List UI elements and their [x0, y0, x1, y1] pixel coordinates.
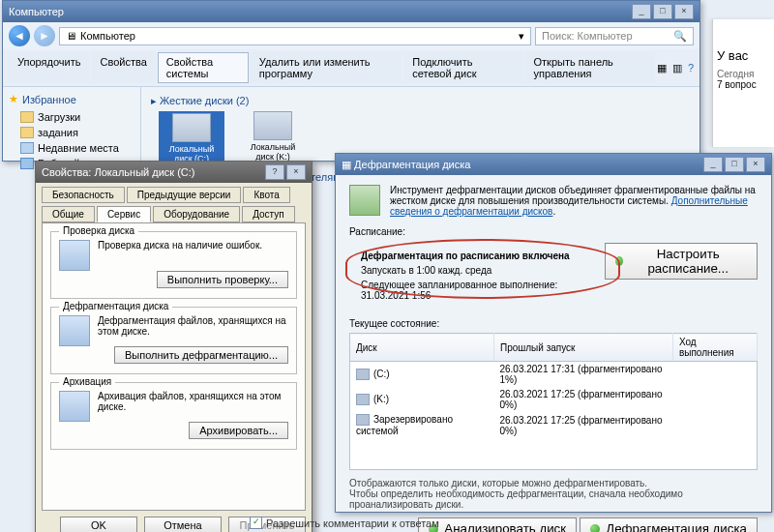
- defrag-title-icon: ▦: [342, 159, 351, 170]
- drive-icon: [253, 111, 292, 140]
- tab-sharing[interactable]: Доступ: [242, 206, 295, 222]
- properties-titlebar[interactable]: Свойства: Локальный диск (C:) ? ×: [36, 162, 312, 183]
- explorer-navbar: ◄ ► 🖥 Компьютер ▾ Поиск: Компьютер 🔍: [3, 22, 700, 49]
- address-text: Компьютер: [80, 30, 135, 42]
- favorites-header[interactable]: ★Избранное: [9, 93, 134, 105]
- search-input[interactable]: Поиск: Компьютер 🔍: [535, 27, 694, 45]
- system-properties-button[interactable]: Свойства системы: [158, 52, 249, 83]
- properties-tabs-row2: Общие Сервис Оборудование Доступ: [36, 202, 312, 222]
- tab-security[interactable]: Безопасность: [42, 187, 125, 203]
- ok-button[interactable]: OK: [60, 517, 137, 532]
- maximize-button[interactable]: □: [725, 157, 744, 172]
- check-now-button[interactable]: Выполнить проверку...: [157, 271, 288, 288]
- archive-now-button[interactable]: Архивировать...: [189, 422, 288, 439]
- close-button[interactable]: ×: [286, 164, 306, 180]
- sidebar-item-downloads[interactable]: Загрузки: [9, 109, 134, 125]
- tab-tools[interactable]: Сервис: [97, 206, 151, 222]
- rightpane-heading: У вас: [717, 48, 770, 63]
- maximize-button[interactable]: □: [653, 4, 672, 19]
- defrag-group: Дефрагментация диска Дефрагментация файл…: [50, 307, 297, 374]
- minimize-button[interactable]: _: [703, 157, 723, 172]
- preview-icon[interactable]: ▥: [672, 62, 682, 74]
- schedule-box: Дефрагментация по расписанию включена За…: [349, 243, 595, 309]
- explorer-window: Компьютер _ □ × ◄ ► 🖥 Компьютер ▾ Поиск:…: [2, 0, 700, 162]
- defrag-titlebar[interactable]: ▦ Дефрагментация диска _ □ ×: [336, 154, 771, 175]
- current-state-header: Текущее состояние:: [349, 318, 758, 329]
- checkbox-icon[interactable]: ✓: [250, 517, 262, 529]
- tab-previous-versions[interactable]: Предыдущие версии: [127, 187, 242, 203]
- explorer-titlebar[interactable]: Компьютер _ □ ×: [3, 1, 700, 22]
- defrag-body: Инструмент дефрагментации дисков объедин…: [336, 175, 771, 532]
- help-button[interactable]: ?: [265, 164, 284, 180]
- drive-c[interactable]: Локальный диск (C:): [159, 111, 224, 165]
- sidebar-item-recent[interactable]: Недавние места: [9, 140, 134, 156]
- defragment-icon: [590, 524, 600, 532]
- schedule-enabled-text: Дефрагментация по расписанию включена: [361, 251, 583, 261]
- col-disk[interactable]: Диск: [350, 334, 494, 362]
- table-row[interactable]: (K:) 26.03.2021 17:25 (фрагментировано 0…: [350, 387, 758, 412]
- hdd-section-header[interactable]: ▸ Жесткие диски (2): [151, 95, 690, 107]
- disks-table: Диск Прошлый запуск Ход выполнения (C:) …: [349, 333, 758, 470]
- help-icon[interactable]: ?: [688, 62, 694, 74]
- drive-icon: [356, 369, 370, 380]
- schedule-when-text: Запускать в 1:00 кажд. среда: [361, 265, 583, 276]
- check-disk-group: Проверка диска Проверка диска на наличие…: [50, 231, 297, 299]
- schedule-icon: [615, 256, 623, 266]
- tab-general[interactable]: Общие: [42, 206, 95, 222]
- tab-hardware[interactable]: Оборудование: [153, 206, 240, 222]
- archive-group: Архивация Архивация файлов, хранящихся н…: [50, 382, 297, 450]
- footnote: Отображаются только диски, которые можно…: [349, 478, 758, 510]
- nav-forward-icon[interactable]: ►: [34, 25, 55, 46]
- view-icon[interactable]: ▦: [657, 62, 667, 74]
- allow-comments-row[interactable]: ✓ Разрешить комментарии к ответам: [250, 517, 439, 529]
- rightpane-sub1: Сегодня: [717, 69, 770, 79]
- search-placeholder: Поиск: Компьютер: [542, 30, 633, 42]
- defrag-title: Дефрагментация диска: [354, 159, 470, 170]
- drive-icon: [356, 394, 370, 405]
- drive-icon: [356, 414, 370, 426]
- col-progress[interactable]: Ход выполнения: [672, 334, 757, 362]
- computer-icon: 🖥: [66, 30, 76, 42]
- allow-comments-label: Разрешить комментарии к ответам: [266, 517, 439, 529]
- explorer-toolbar: Упорядочить Свойства Свойства системы Уд…: [3, 49, 700, 87]
- defragment-button[interactable]: Дефрагментация диска: [580, 517, 758, 532]
- organize-button[interactable]: Упорядочить: [9, 52, 89, 83]
- control-panel-button[interactable]: Открыть панель управления: [525, 52, 655, 83]
- check-disk-group-title: Проверка диска: [59, 225, 138, 236]
- close-button[interactable]: ×: [674, 4, 694, 19]
- drive-k[interactable]: Локальный диск (K:): [242, 111, 304, 165]
- defrag-now-button[interactable]: Выполнить дефрагментацию...: [114, 346, 288, 364]
- right-side-panel: У вас Сегодня 7 вопрос: [712, 19, 774, 147]
- cancel-button[interactable]: Отмена: [144, 517, 222, 532]
- uninstall-button[interactable]: Удалить или изменить программу: [251, 52, 402, 83]
- address-bar[interactable]: 🖥 Компьютер ▾: [59, 27, 531, 45]
- properties-panel: Проверка диска Проверка диска на наличие…: [42, 222, 306, 511]
- nav-back-icon[interactable]: ◄: [9, 25, 30, 46]
- minimize-button[interactable]: _: [632, 4, 651, 19]
- configure-schedule-button[interactable]: Настроить расписание...: [605, 243, 758, 280]
- close-button[interactable]: ×: [746, 157, 765, 172]
- defrag-info-icon: [349, 185, 380, 216]
- sidebar-item-tasks[interactable]: задания: [9, 125, 134, 140]
- defrag-window: ▦ Дефрагментация диска _ □ × Инструмент …: [335, 153, 772, 513]
- properties-title: Свойства: Локальный диск (C:): [42, 166, 195, 178]
- table-row[interactable]: Зарезервировано системой 26.03.2021 17:2…: [350, 412, 758, 438]
- schedule-next-text: Следующее запланированное выполнение: 31…: [361, 280, 583, 301]
- drive-icon: [172, 113, 211, 142]
- map-drive-button[interactable]: Подключить сетевой диск: [403, 52, 522, 83]
- table-row[interactable]: (C:) 26.03.2021 17:31 (фрагментировано 1…: [350, 362, 758, 388]
- schedule-header: Расписание:: [349, 226, 758, 237]
- col-last-run[interactable]: Прошлый запуск: [493, 334, 672, 362]
- rightpane-sub2: 7 вопрос: [717, 79, 770, 90]
- defrag-group-title: Дефрагментация диска: [59, 301, 172, 311]
- archive-icon: [59, 391, 90, 422]
- analyze-button[interactable]: Анализировать диск: [418, 517, 577, 532]
- properties-button[interactable]: Свойства: [91, 52, 155, 83]
- defrag-text: Дефрагментация файлов, хранящихся на это…: [59, 315, 288, 337]
- defrag-icon: [59, 315, 90, 346]
- check-disk-text: Проверка диска на наличие ошибок.: [59, 240, 288, 251]
- archive-group-title: Архивация: [59, 376, 115, 387]
- tab-quota[interactable]: Квота: [243, 187, 289, 203]
- properties-dialog: Свойства: Локальный диск (C:) ? × Безопа…: [35, 161, 313, 532]
- properties-tabs-row1: Безопасность Предыдущие версии Квота: [36, 183, 312, 203]
